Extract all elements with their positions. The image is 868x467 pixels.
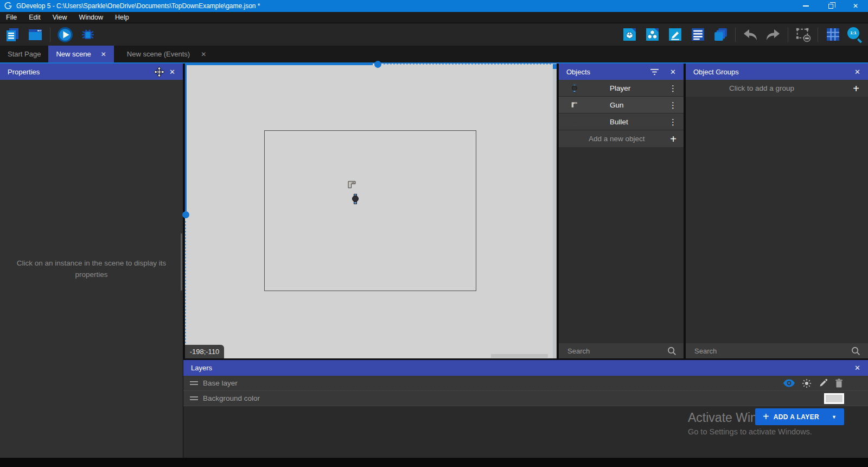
properties-title: Properties xyxy=(8,68,40,76)
object-row-bullet[interactable]: Bullet ⋮ xyxy=(559,113,684,130)
plus-icon[interactable]: + xyxy=(853,83,859,94)
canvas-hscrollbar-thumb[interactable] xyxy=(374,61,381,68)
layer-edit-pencil-icon[interactable] xyxy=(819,378,828,388)
close-panel-icon[interactable]: ✕ xyxy=(169,68,175,76)
layers-title: Layers xyxy=(191,364,212,372)
canvas-vscrollbar-thumb[interactable] xyxy=(182,211,189,218)
objects-panel: Objects ✕ Player ⋮ Gun xyxy=(559,64,684,358)
gun-object-icon xyxy=(570,102,579,108)
objects-header: Objects ✕ xyxy=(559,64,684,80)
bottom-strip xyxy=(0,458,868,467)
close-window-button[interactable]: ✕ xyxy=(843,0,868,12)
scene-canvas[interactable]: -198;-110 xyxy=(185,64,557,358)
player-hand xyxy=(354,201,357,204)
tab-label: New scene (Events) xyxy=(127,50,190,58)
tab-close-icon[interactable]: ✕ xyxy=(201,51,206,58)
canvas-hscrollbar-track[interactable] xyxy=(185,64,373,65)
toolbar: 1:1 xyxy=(0,23,868,46)
canvas-right-scrollbar[interactable] xyxy=(553,64,557,358)
minimize-button[interactable] xyxy=(793,0,818,12)
menu-view[interactable]: View xyxy=(47,12,73,23)
tab-start-page[interactable]: Start Page xyxy=(0,46,48,62)
toolbar-separator xyxy=(735,28,736,42)
menubar: File Edit View Window Help xyxy=(0,12,868,23)
titlebar: GDevelop 5 - C:\Users\Sparkle\OneDrive\D… xyxy=(0,0,868,12)
layer-effects-icon[interactable] xyxy=(802,378,812,388)
grid-icon[interactable] xyxy=(825,26,841,43)
add-group-row[interactable]: Click to add a group + xyxy=(686,80,868,97)
canvas-vscrollbar-track[interactable] xyxy=(185,64,187,211)
close-panel-icon[interactable]: ✕ xyxy=(670,68,676,76)
object-row-player[interactable]: Player ⋮ xyxy=(559,80,684,97)
project-manager-icon[interactable] xyxy=(4,26,21,43)
object-groups-icon[interactable] xyxy=(644,26,660,43)
object-menu-icon[interactable]: ⋮ xyxy=(669,84,677,92)
add-layer-button[interactable]: + ADD A LAYER ▼ xyxy=(755,408,844,425)
restore-button[interactable] xyxy=(818,0,843,12)
tab-new-scene-events[interactable]: New scene (Events) ✕ xyxy=(119,46,214,62)
close-panel-icon[interactable]: ✕ xyxy=(854,364,860,372)
object-name: Gun xyxy=(610,101,624,109)
zoom-1-1-icon[interactable]: 1:1 xyxy=(847,27,863,42)
object-row-gun[interactable]: Gun ⋮ xyxy=(559,97,684,113)
object-name: Player xyxy=(610,84,630,92)
layer-visibility-eye-icon[interactable] xyxy=(783,379,795,387)
menu-file[interactable]: File xyxy=(0,12,23,23)
groups-search-bar xyxy=(686,343,868,358)
redo-icon[interactable] xyxy=(765,26,781,43)
properties-panel: Properties ✕ Click on an instance in the… xyxy=(0,64,183,458)
canvas-hscrollbar-track-dotted[interactable] xyxy=(384,64,557,65)
plus-icon[interactable]: + xyxy=(670,134,676,144)
canvas-vscrollbar-track-dotted[interactable] xyxy=(185,221,186,358)
objects-search-input[interactable] xyxy=(559,347,667,355)
game-window-bounds xyxy=(264,130,476,291)
layer-delete-trash-icon[interactable] xyxy=(835,378,843,388)
menu-window[interactable]: Window xyxy=(73,12,109,23)
undo-icon[interactable] xyxy=(742,26,758,43)
tab-label: Start Page xyxy=(8,50,41,58)
zoom-handle xyxy=(857,38,862,43)
layer-row-base[interactable]: Base layer xyxy=(183,376,868,391)
layers-editor-icon[interactable] xyxy=(712,26,729,43)
chevron-down-icon[interactable]: ▼ xyxy=(832,414,837,420)
layer-row-background-color[interactable]: Background color xyxy=(183,391,868,406)
menu-help[interactable]: Help xyxy=(109,12,135,23)
close-panel-icon[interactable]: ✕ xyxy=(854,68,860,76)
clear-selection-icon[interactable] xyxy=(795,26,811,43)
menu-edit[interactable]: Edit xyxy=(23,12,47,23)
objects-search-bar xyxy=(559,343,684,358)
play-preview-icon[interactable] xyxy=(57,26,73,43)
drag-handle-icon[interactable] xyxy=(190,395,198,402)
player-object-icon xyxy=(570,83,579,93)
objects-editor-icon[interactable] xyxy=(621,26,637,43)
tab-close-icon[interactable]: ✕ xyxy=(101,51,106,58)
zoom-ratio-label: 1:1 xyxy=(850,30,857,35)
canvas-right-scrollbar-thumb[interactable] xyxy=(553,64,557,69)
player-instance[interactable] xyxy=(352,194,359,204)
tabbar: Start Page New scene ✕ New scene (Events… xyxy=(0,46,868,62)
scene-window-icon[interactable] xyxy=(27,26,43,43)
restore-icon xyxy=(828,4,833,9)
add-object-row[interactable]: Add a new object + xyxy=(559,130,684,147)
search-icon xyxy=(667,346,676,356)
plus-icon: + xyxy=(763,411,769,422)
drag-handle-icon[interactable] xyxy=(190,380,198,387)
add-layer-label: ADD A LAYER xyxy=(774,413,819,421)
object-groups-panel: Object Groups ✕ Click to add a group + xyxy=(686,64,868,358)
instances-list-icon[interactable] xyxy=(690,26,706,43)
gun-instance[interactable] xyxy=(348,181,357,188)
toolbar-separator xyxy=(818,28,818,42)
background-color-swatch[interactable] xyxy=(824,393,844,404)
object-menu-icon[interactable]: ⋮ xyxy=(669,118,677,126)
canvas-bottom-scrollbar-thumb[interactable] xyxy=(491,354,548,358)
groups-search-input[interactable] xyxy=(686,347,851,355)
filter-icon[interactable] xyxy=(650,68,659,75)
tab-new-scene[interactable]: New scene ✕ xyxy=(48,46,113,62)
properties-pencil-icon[interactable] xyxy=(667,26,683,43)
properties-empty-message: Click on an instance in the scene to dis… xyxy=(9,258,174,281)
properties-scrollbar[interactable] xyxy=(181,234,182,291)
object-menu-icon[interactable]: ⋮ xyxy=(669,101,677,109)
gdevelop-window: GDevelop 5 - C:\Users\Sparkle\OneDrive\D… xyxy=(0,0,868,467)
object-name: Bullet xyxy=(610,118,628,126)
debugger-bug-icon[interactable] xyxy=(80,26,96,43)
